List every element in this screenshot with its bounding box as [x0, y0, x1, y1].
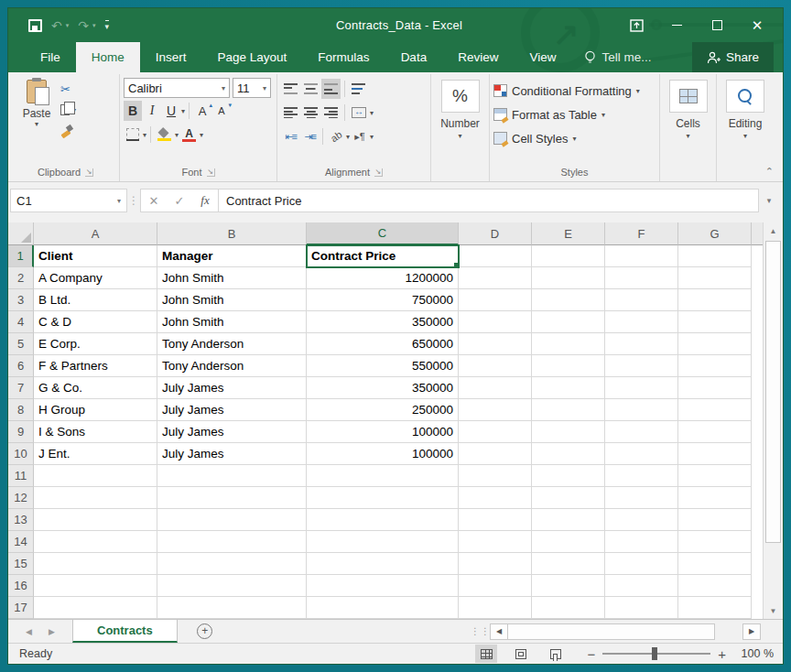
- cell-D12[interactable]: [459, 487, 532, 509]
- merge-center-button[interactable]: [349, 103, 369, 123]
- cell-C13[interactable]: [307, 509, 459, 531]
- cell-F8[interactable]: [605, 399, 678, 421]
- cell-D2[interactable]: [459, 267, 532, 289]
- cell-B6[interactable]: Tony Anderson: [157, 355, 307, 377]
- undo-caret-icon[interactable]: ▾: [66, 22, 70, 29]
- cell-G12[interactable]: [678, 487, 752, 509]
- cell-E6[interactable]: [532, 355, 605, 377]
- cell-C17[interactable]: [307, 597, 459, 619]
- increase-font-size-button[interactable]: A: [193, 101, 211, 121]
- redo-icon[interactable]: ↷: [78, 19, 89, 32]
- row-header-15[interactable]: 15: [8, 553, 34, 575]
- cell-B7[interactable]: July James: [157, 377, 307, 399]
- align-right-button[interactable]: [321, 103, 341, 123]
- column-header-C[interactable]: C: [307, 222, 459, 245]
- cell-E1[interactable]: [532, 245, 605, 267]
- cell-D17[interactable]: [459, 597, 532, 619]
- cut-button[interactable]: ✂: [58, 80, 79, 98]
- font-dialog-launcher-icon[interactable]: ↘: [207, 168, 215, 177]
- cell-E5[interactable]: [532, 333, 605, 355]
- row-header-17[interactable]: 17: [8, 597, 34, 619]
- wrap-text-button[interactable]: [349, 79, 368, 99]
- row-header-6[interactable]: 6: [8, 355, 34, 377]
- enter-icon[interactable]: ✓: [167, 194, 192, 208]
- cell-F7[interactable]: [605, 377, 678, 399]
- cell-G10[interactable]: [678, 443, 752, 465]
- row-header-1[interactable]: 1: [8, 245, 34, 267]
- cell-G15[interactable]: [678, 553, 752, 575]
- tab-insert[interactable]: Insert: [140, 42, 202, 72]
- select-all-corner[interactable]: [8, 222, 34, 245]
- zoom-slider[interactable]: [602, 653, 710, 655]
- cell-C7[interactable]: 350000: [307, 377, 459, 399]
- row-header-2[interactable]: 2: [8, 267, 34, 289]
- text-direction-caret-icon[interactable]: ▾: [370, 133, 374, 141]
- row-header-14[interactable]: 14: [8, 531, 34, 553]
- alignment-dialog-launcher-icon[interactable]: ↘: [374, 168, 383, 177]
- cell-G13[interactable]: [678, 509, 752, 531]
- font-name-select[interactable]: Calibri▾: [124, 78, 230, 98]
- top-align-button[interactable]: [281, 79, 300, 99]
- cell-F2[interactable]: [605, 267, 678, 289]
- column-header-G[interactable]: G: [678, 222, 752, 245]
- page-layout-view-button[interactable]: [510, 645, 532, 663]
- cell-F17[interactable]: [605, 597, 678, 619]
- maximize-button[interactable]: [697, 12, 737, 39]
- cell-E10[interactable]: [532, 443, 605, 465]
- row-header-12[interactable]: 12: [8, 487, 34, 509]
- name-box-caret-icon[interactable]: ▾: [117, 197, 121, 205]
- number-format-button[interactable]: % Number ▾: [435, 76, 485, 181]
- cell-E17[interactable]: [532, 597, 605, 619]
- formula-input[interactable]: Contract Price: [219, 189, 759, 212]
- share-button[interactable]: Share: [692, 42, 774, 72]
- scroll-left-icon[interactable]: ◀: [490, 623, 508, 640]
- cell-F9[interactable]: [605, 421, 678, 443]
- cell-D7[interactable]: [459, 377, 532, 399]
- sheet-prev-icon[interactable]: ◀: [26, 627, 32, 636]
- font-color-button[interactable]: A: [179, 125, 199, 145]
- vertical-scrollbar[interactable]: ▲ ▼: [763, 222, 783, 619]
- cell-F11[interactable]: [605, 465, 678, 487]
- cell-C3[interactable]: 750000: [307, 289, 459, 311]
- tell-me-box[interactable]: Tell me...: [571, 42, 664, 72]
- borders-caret-icon[interactable]: ▾: [143, 131, 146, 139]
- cell-B10[interactable]: July James: [157, 443, 307, 465]
- sheet-tab-contracts[interactable]: Contracts: [72, 620, 178, 643]
- cell-A2[interactable]: A Company: [34, 267, 157, 289]
- cell-A15[interactable]: [34, 553, 157, 575]
- cell-A3[interactable]: B Ltd.: [34, 289, 157, 311]
- conditional-formatting-button[interactable]: Conditional Formatting▾: [493, 81, 640, 101]
- cell-E11[interactable]: [532, 465, 605, 487]
- cell-G1[interactable]: [678, 245, 752, 267]
- undo-icon[interactable]: ↶: [51, 19, 62, 32]
- italic-button[interactable]: I: [143, 101, 161, 121]
- cell-F6[interactable]: [605, 355, 678, 377]
- cell-G5[interactable]: [678, 333, 752, 355]
- tab-formulas[interactable]: Formulas: [302, 42, 385, 72]
- cell-E15[interactable]: [532, 553, 605, 575]
- cell-A16[interactable]: [34, 575, 157, 597]
- cell-E16[interactable]: [532, 575, 605, 597]
- cell-F10[interactable]: [605, 443, 678, 465]
- bottom-align-button[interactable]: [321, 79, 341, 99]
- cell-D8[interactable]: [459, 399, 532, 421]
- row-header-8[interactable]: 8: [8, 399, 34, 421]
- cells-caret-icon[interactable]: ▾: [686, 132, 689, 140]
- cell-C14[interactable]: [307, 531, 459, 553]
- cell-C9[interactable]: 100000: [307, 421, 459, 443]
- close-button[interactable]: ✕: [737, 12, 777, 39]
- cell-C16[interactable]: [307, 575, 459, 597]
- row-header-3[interactable]: 3: [8, 289, 34, 311]
- cells-button[interactable]: Cells ▾: [664, 76, 712, 181]
- horizontal-scroll-thumb[interactable]: [508, 623, 715, 640]
- copy-button[interactable]: ▾: [58, 101, 79, 119]
- cell-B5[interactable]: Tony Anderson: [157, 333, 307, 355]
- cell-A13[interactable]: [34, 509, 157, 531]
- cell-F13[interactable]: [605, 509, 678, 531]
- cell-B1[interactable]: Manager: [157, 245, 307, 267]
- cell-B13[interactable]: [157, 509, 307, 531]
- name-box[interactable]: C1 ▾: [10, 189, 127, 212]
- cell-C11[interactable]: [307, 465, 459, 487]
- cell-D15[interactable]: [459, 553, 532, 575]
- font-size-select[interactable]: 11▾: [233, 78, 271, 98]
